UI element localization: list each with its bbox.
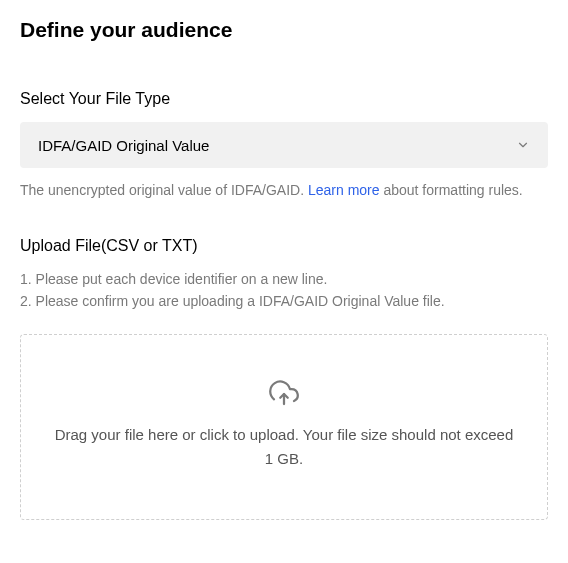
file-type-helper: The unencrypted original value of IDFA/G… <box>20 180 548 201</box>
learn-more-link[interactable]: Learn more <box>308 182 380 198</box>
dropzone-text: Drag your file here or click to upload. … <box>54 423 514 471</box>
helper-text-before: The unencrypted original value of IDFA/G… <box>20 182 308 198</box>
file-type-selected-value: IDFA/GAID Original Value <box>38 137 209 154</box>
chevron-down-icon <box>516 138 530 152</box>
cloud-upload-icon <box>269 379 299 409</box>
file-type-select[interactable]: IDFA/GAID Original Value <box>20 122 548 168</box>
upload-label: Upload File(CSV or TXT) <box>20 237 548 255</box>
instruction-2: 2. Please confirm you are uploading a ID… <box>20 291 548 313</box>
upload-instructions: 1. Please put each device identifier on … <box>20 269 548 312</box>
file-type-label: Select Your File Type <box>20 90 548 108</box>
page-title: Define your audience <box>20 18 548 42</box>
instruction-1: 1. Please put each device identifier on … <box>20 269 548 291</box>
upload-dropzone[interactable]: Drag your file here or click to upload. … <box>20 334 548 520</box>
helper-text-after: about formatting rules. <box>380 182 523 198</box>
